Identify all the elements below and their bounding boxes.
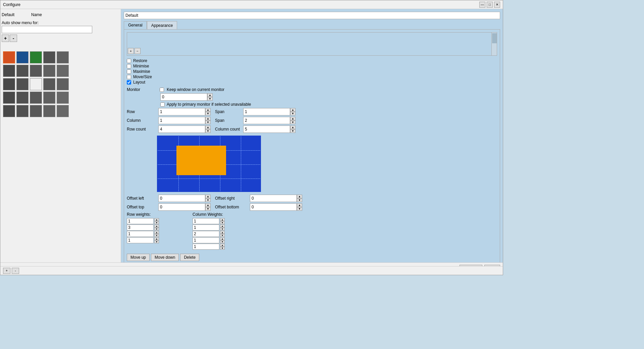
column-count-up[interactable]: ▲	[290, 126, 296, 129]
color-cell-12[interactable]	[16, 78, 29, 90]
auto-show-input[interactable]	[2, 26, 92, 33]
row-weight-up-1[interactable]: ▲	[154, 218, 159, 221]
offset-top-up[interactable]: ▲	[205, 203, 211, 207]
status-add-button[interactable]: +	[3, 268, 10, 274]
restore-button[interactable]: □	[487, 2, 493, 8]
row-weight-down-4[interactable]: ▼	[154, 240, 159, 243]
col-weight-down-2[interactable]: ▼	[220, 228, 225, 231]
column-count-down[interactable]: ▼	[290, 129, 296, 133]
color-cell-25[interactable]	[57, 105, 69, 117]
color-cell-14[interactable]	[43, 78, 55, 90]
offset-bottom-input[interactable]	[250, 203, 297, 211]
col-weight-input-5[interactable]	[193, 244, 219, 250]
move-size-checkbox[interactable]	[127, 75, 131, 79]
row-weight-up-3[interactable]: ▲	[154, 231, 159, 234]
column-value-input[interactable]	[158, 117, 205, 124]
color-cell-4[interactable]	[43, 51, 55, 63]
delete-button[interactable]: Delete	[180, 254, 199, 261]
column-span-up[interactable]: ▲	[290, 117, 296, 120]
row-weight-down-2[interactable]: ▼	[154, 228, 159, 231]
color-cell-20[interactable]	[57, 92, 69, 104]
column-span-input[interactable]	[243, 117, 290, 124]
color-cell-18[interactable]	[30, 92, 42, 104]
color-cell-9[interactable]	[43, 65, 55, 77]
color-cell-2[interactable]	[16, 51, 29, 63]
row-span-down[interactable]: ▼	[290, 112, 296, 115]
column-spin-down[interactable]: ▼	[205, 120, 211, 124]
color-cell-1[interactable]	[3, 51, 15, 63]
color-cell-8[interactable]	[30, 65, 42, 77]
col-weight-down-1[interactable]: ▼	[220, 221, 225, 224]
add-profile-button[interactable]: +	[2, 35, 9, 42]
row-weight-input-2[interactable]	[127, 225, 154, 231]
column-span-down[interactable]: ▼	[290, 120, 296, 124]
col-weight-up-4[interactable]: ▲	[220, 237, 225, 240]
color-cell-10[interactable]	[57, 65, 69, 77]
inner-scrollbar[interactable]	[491, 33, 497, 55]
offset-left-input[interactable]	[158, 195, 205, 202]
offset-right-up[interactable]: ▲	[297, 195, 302, 198]
color-cell-5[interactable]	[57, 51, 69, 63]
column-spin-up[interactable]: ▲	[205, 117, 211, 120]
row-spin-down[interactable]: ▼	[205, 112, 211, 115]
row-spin-up[interactable]: ▲	[205, 108, 211, 112]
color-cell-19[interactable]	[43, 92, 55, 104]
row-count-down[interactable]: ▼	[205, 129, 211, 133]
col-weight-up-1[interactable]: ▲	[220, 218, 225, 221]
color-cell-22[interactable]	[16, 105, 29, 117]
offset-top-input[interactable]	[158, 203, 205, 211]
row-weight-up-4[interactable]: ▲	[154, 237, 159, 240]
color-cell-15[interactable]	[57, 78, 69, 90]
close-button[interactable]: ✕	[494, 2, 500, 8]
column-count-input[interactable]	[243, 126, 290, 133]
row-weight-up-2[interactable]: ▲	[154, 225, 159, 228]
remove-profile-button[interactable]: -	[10, 35, 17, 42]
row-span-up[interactable]: ▲	[290, 108, 296, 112]
move-down-button[interactable]: Move down	[151, 254, 179, 261]
row-weight-down-3[interactable]: ▼	[154, 234, 159, 237]
keep-window-checkbox[interactable]	[160, 88, 164, 92]
color-cell-3[interactable]	[30, 51, 42, 63]
row-value-input[interactable]	[158, 108, 205, 115]
row-weight-input-1[interactable]	[127, 218, 154, 224]
minimise-checkbox[interactable]	[127, 64, 131, 68]
col-weight-input-3[interactable]	[193, 231, 219, 237]
color-cell-23[interactable]	[30, 105, 42, 117]
row-weight-input-3[interactable]	[127, 231, 154, 237]
offset-left-up[interactable]: ▲	[205, 195, 211, 198]
status-remove-button[interactable]: -	[12, 268, 19, 274]
minimize-button[interactable]: —	[479, 2, 485, 8]
inner-add-button[interactable]: +	[128, 48, 134, 54]
offset-right-input[interactable]	[250, 195, 297, 202]
col-weight-up-5[interactable]: ▲	[220, 244, 225, 247]
col-weight-down-4[interactable]: ▼	[220, 240, 225, 243]
col-weight-down-5[interactable]: ▼	[220, 247, 225, 250]
tab-appearance[interactable]: Appearance	[147, 21, 177, 29]
profile-name-input[interactable]	[124, 12, 500, 19]
col-weight-input-4[interactable]	[193, 237, 219, 243]
col-weight-up-3[interactable]: ▲	[220, 231, 225, 234]
monitor-spin-down[interactable]: ▼	[207, 97, 213, 101]
col-weight-input-2[interactable]	[193, 225, 219, 231]
offset-bottom-up[interactable]: ▲	[297, 203, 302, 207]
row-count-input[interactable]	[158, 126, 205, 133]
color-cell-11[interactable]	[3, 78, 15, 90]
row-weight-down-1[interactable]: ▼	[154, 221, 159, 224]
color-cell-6[interactable]	[3, 65, 15, 77]
color-cell-16[interactable]	[3, 92, 15, 104]
offset-left-down[interactable]: ▼	[205, 198, 211, 202]
col-weight-up-2[interactable]: ▲	[220, 225, 225, 228]
maximise-checkbox[interactable]	[127, 69, 131, 74]
apply-primary-checkbox[interactable]	[160, 102, 165, 107]
offset-right-down[interactable]: ▼	[297, 198, 302, 202]
layout-checkbox[interactable]	[127, 80, 131, 85]
row-weight-input-4[interactable]	[127, 237, 154, 243]
color-cell-13[interactable]	[30, 78, 42, 90]
offset-bottom-down[interactable]: ▼	[297, 207, 302, 211]
restore-checkbox[interactable]	[127, 59, 131, 63]
color-cell-24[interactable]	[43, 105, 55, 117]
monitor-spin-up[interactable]: ▲	[207, 93, 213, 97]
row-span-input[interactable]	[243, 108, 290, 115]
move-up-button[interactable]: Move up	[127, 254, 150, 261]
row-count-up[interactable]: ▲	[205, 126, 211, 129]
